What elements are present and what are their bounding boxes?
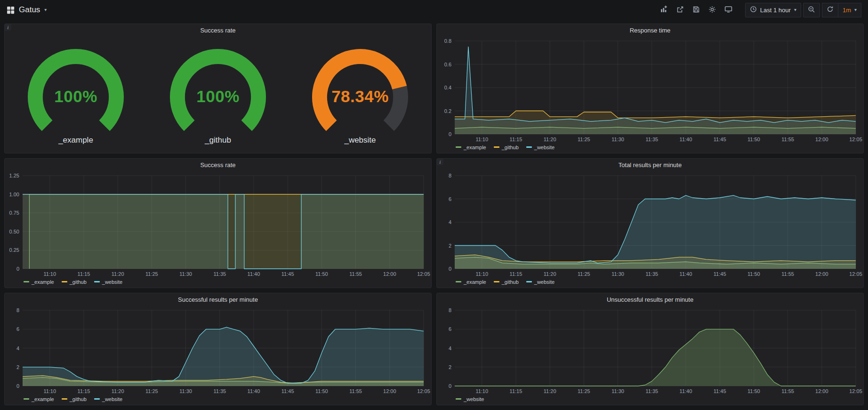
legend-item-_website[interactable]: _website: [526, 279, 555, 285]
monitor-icon: [724, 5, 732, 15]
dashboard-settings-button[interactable]: [704, 3, 720, 17]
add-panel-button[interactable]: [656, 3, 672, 17]
series-fill-_website: [455, 329, 856, 386]
time-range-picker-button[interactable]: Last 1 hour ▾: [745, 3, 801, 17]
chart-canvas[interactable]: 00.250.500.751.001.2511:1011:1511:2011:2…: [5, 171, 431, 278]
panel-title[interactable]: Response time: [437, 24, 863, 36]
svg-text:11:20: 11:20: [112, 388, 124, 394]
svg-text:11:10: 11:10: [475, 271, 488, 277]
svg-text:6: 6: [449, 326, 451, 332]
legend-item-_website[interactable]: _website: [456, 396, 484, 402]
svg-text:12:05: 12:05: [849, 137, 862, 142]
svg-text:6: 6: [449, 196, 451, 202]
svg-text:11:30: 11:30: [611, 137, 624, 142]
legend-swatch-icon: [94, 281, 100, 282]
gauge-arc-wrap: 100%: [156, 42, 280, 139]
svg-text:6: 6: [16, 326, 19, 332]
legend-item-_github[interactable]: _github: [494, 145, 519, 150]
legend-swatch-icon: [94, 398, 100, 400]
svg-text:11:45: 11:45: [714, 137, 726, 142]
panel-title[interactable]: Successful results per minute: [5, 293, 431, 305]
success-rate-chart: 00.250.500.751.001.2511:1011:1511:2011:2…: [5, 171, 431, 278]
navbar: Gatus ▾ Last 1 hour ▾: [0, 0, 868, 20]
legend-item-_website[interactable]: _website: [94, 396, 122, 402]
chart-canvas[interactable]: 0246811:1011:1511:2011:2511:3011:3511:40…: [5, 305, 431, 395]
chart-legend: _example_github_website: [437, 278, 863, 288]
legend-swatch-icon: [526, 281, 532, 282]
svg-text:11:55: 11:55: [781, 388, 794, 394]
panel-info-icon[interactable]: i: [5, 24, 11, 31]
chart-canvas[interactable]: 0246811:1011:1511:2011:2511:3011:3511:40…: [437, 171, 863, 278]
series-line-_website: [455, 329, 856, 386]
legend-item-_github[interactable]: _github: [494, 279, 519, 285]
svg-text:12:00: 12:00: [815, 137, 828, 142]
svg-text:11:50: 11:50: [315, 388, 328, 394]
chart-legend: _website: [437, 395, 863, 405]
legend-item-_example[interactable]: _example: [456, 279, 486, 285]
svg-text:2: 2: [16, 364, 19, 370]
dashboard-picker-caret-icon[interactable]: ▾: [44, 8, 47, 12]
legend-series-name: _example: [464, 145, 486, 150]
dashboard-title[interactable]: Gatus: [19, 5, 40, 15]
svg-text:0.75: 0.75: [9, 210, 19, 216]
legend-swatch-icon: [494, 146, 499, 148]
svg-text:11:30: 11:30: [179, 388, 192, 394]
svg-text:1.00: 1.00: [9, 192, 19, 197]
zoom-out-button[interactable]: [803, 3, 820, 17]
legend-item-_website[interactable]: _website: [94, 279, 122, 285]
chart-canvas[interactable]: 0246811:1011:1511:2011:2511:3011:3511:40…: [437, 305, 863, 395]
svg-text:11:15: 11:15: [78, 271, 90, 277]
dashboards-grid-icon[interactable]: [7, 6, 15, 14]
svg-text:11:25: 11:25: [145, 388, 158, 394]
share-icon: [676, 6, 684, 15]
legend-item-_github[interactable]: _github: [62, 279, 87, 285]
svg-text:11:35: 11:35: [213, 271, 226, 277]
svg-text:11:25: 11:25: [145, 271, 158, 277]
refresh-button[interactable]: [822, 3, 838, 17]
legend-series-name: _github: [70, 396, 87, 402]
svg-text:11:20: 11:20: [544, 388, 556, 394]
cycle-view-mode-button[interactable]: [720, 3, 737, 17]
panel-title[interactable]: Total results per minute: [437, 159, 863, 171]
svg-text:12:05: 12:05: [849, 271, 862, 277]
svg-text:11:15: 11:15: [510, 388, 522, 394]
legend-swatch-icon: [526, 146, 532, 148]
legend-swatch-icon: [24, 281, 29, 282]
legend-series-name: _example: [32, 396, 54, 402]
legend-series-name: _website: [534, 279, 555, 285]
chart-canvas[interactable]: 00.20.40.60.811:1011:1511:2011:2511:3011…: [437, 36, 863, 144]
svg-text:11:30: 11:30: [179, 271, 192, 277]
svg-text:12:00: 12:00: [383, 271, 396, 277]
svg-text:11:10: 11:10: [475, 388, 488, 394]
svg-text:12:00: 12:00: [815, 271, 828, 277]
legend-series-name: _github: [502, 145, 519, 150]
svg-text:11:15: 11:15: [78, 388, 90, 394]
series-line-_website: [455, 47, 856, 122]
save-dashboard-button[interactable]: [688, 3, 704, 17]
svg-text:11:35: 11:35: [645, 137, 658, 142]
panel-unsuccessful-results: Unsuccessful results per minute 0246811:…: [436, 293, 864, 405]
svg-text:0: 0: [449, 131, 451, 137]
legend-swatch-icon: [456, 281, 461, 282]
legend-item-_website[interactable]: _website: [526, 145, 555, 150]
svg-text:12:05: 12:05: [417, 388, 430, 394]
legend-item-_example[interactable]: _example: [456, 145, 486, 150]
legend-item-_example[interactable]: _example: [24, 279, 54, 285]
panel-info-icon[interactable]: i: [437, 159, 443, 165]
gauge-value: 78.34%: [331, 87, 389, 106]
successful-results-chart: 0246811:1011:1511:2011:2511:3011:3511:40…: [5, 305, 431, 395]
panel-title[interactable]: Success rate: [5, 159, 431, 171]
navbar-left: Gatus ▾: [7, 5, 47, 15]
svg-text:0.4: 0.4: [444, 85, 451, 90]
panel-title[interactable]: Success rate: [5, 24, 431, 36]
share-dashboard-button[interactable]: [672, 3, 688, 17]
time-range-caret-icon: ▾: [794, 8, 796, 12]
grid-lines: [455, 310, 856, 386]
legend-item-_example[interactable]: _example: [24, 396, 54, 402]
refresh-interval-picker[interactable]: 1m ▾: [838, 3, 861, 17]
svg-text:4: 4: [449, 346, 451, 351]
panel-title[interactable]: Unsuccessful results per minute: [437, 293, 863, 305]
svg-text:11:10: 11:10: [43, 388, 56, 394]
svg-text:0.8: 0.8: [444, 38, 451, 44]
legend-item-_github[interactable]: _github: [62, 396, 87, 402]
